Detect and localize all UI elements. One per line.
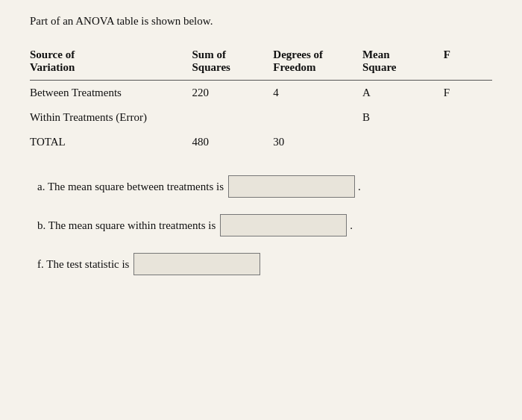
- question-f: f. The test statistic is: [37, 253, 492, 275]
- question-f-label: f. The test statistic is: [37, 258, 129, 271]
- header-degrees: Degrees of Freedom: [273, 46, 362, 81]
- question-b-dot: .: [350, 219, 353, 232]
- row3-mean: [362, 130, 444, 154]
- table-row: Within Treatments (Error) B: [30, 105, 492, 130]
- header-f: F: [444, 46, 492, 81]
- answer-box-a[interactable]: [228, 175, 355, 198]
- row2-f: [444, 105, 492, 130]
- question-a-label: a. The mean square between treatments is: [37, 181, 224, 193]
- row2-degrees: [273, 105, 362, 130]
- anova-table: Source of Variation Sum of Squares Degre…: [30, 46, 492, 154]
- row3-degrees: 30: [273, 130, 362, 154]
- row3-sum: 480: [192, 130, 274, 154]
- questions-section: a. The mean square between treatments is…: [30, 175, 492, 275]
- question-a: a. The mean square between treatments is…: [37, 175, 492, 198]
- header-mean: Mean Square: [362, 46, 444, 81]
- answer-box-f[interactable]: [133, 253, 260, 275]
- table-row: TOTAL 480 30: [30, 130, 492, 154]
- question-b-label: b. The mean square within treatments is: [37, 219, 216, 232]
- row3-source: TOTAL: [30, 130, 192, 154]
- question-b: b. The mean square within treatments is …: [37, 214, 492, 236]
- header-sum: Sum of Squares: [192, 46, 274, 81]
- row1-source: Between Treatments: [30, 81, 192, 106]
- row3-f: [444, 130, 492, 154]
- question-a-dot: .: [358, 181, 361, 193]
- row2-mean: B: [362, 105, 444, 130]
- row1-f: F: [444, 81, 492, 106]
- table-row: Between Treatments 220 4 A F: [30, 81, 492, 106]
- row2-sum: [192, 105, 274, 130]
- answer-box-b[interactable]: [220, 214, 347, 236]
- page: Part of an ANOVA table is shown below. S…: [0, 0, 522, 420]
- row1-mean: A: [362, 81, 444, 106]
- row2-source: Within Treatments (Error): [30, 105, 192, 130]
- intro-text: Part of an ANOVA table is shown below.: [30, 15, 492, 28]
- row1-sum: 220: [192, 81, 274, 106]
- row1-degrees: 4: [273, 81, 362, 106]
- header-source: Source of Variation: [30, 46, 192, 81]
